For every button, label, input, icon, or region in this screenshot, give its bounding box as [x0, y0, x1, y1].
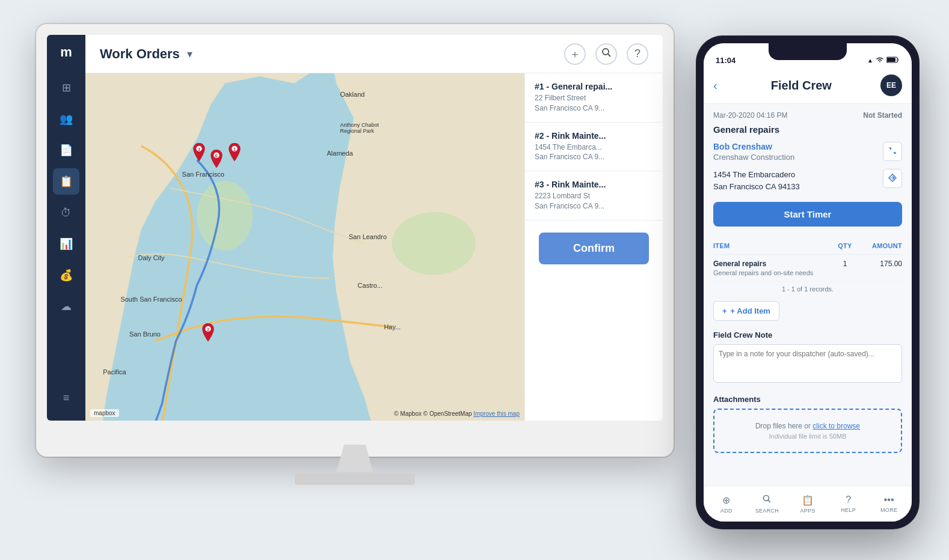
- nav-add-label: ADD: [720, 508, 732, 514]
- search-button[interactable]: [595, 43, 617, 65]
- phone-wo-title: General repairs: [713, 124, 902, 135]
- add-button[interactable]: ＋: [564, 43, 586, 65]
- nav-more-label: MORE: [880, 507, 897, 513]
- contact-company: Crenshaw Construction: [713, 153, 878, 162]
- topbar-actions: ＋ ?: [564, 43, 648, 65]
- content-area: Oakland Alameda San Francisco Daly City …: [85, 73, 663, 421]
- field-crew-title: Field Crew: [722, 79, 880, 93]
- attachments-label: Attachments: [713, 395, 902, 404]
- nav-apps[interactable]: 📋 APPS: [787, 495, 828, 514]
- help-button[interactable]: ?: [627, 43, 648, 65]
- plus-icon: +: [722, 306, 727, 315]
- item-name: General repairs: [713, 260, 830, 268]
- call-button[interactable]: [883, 142, 902, 161]
- add-item-button[interactable]: + + Add Item: [713, 301, 779, 321]
- phone-status-icons: ▲: [867, 56, 900, 64]
- work-order-item-3[interactable]: #3 - Rink Mainte... 2223 Lombard St San …: [525, 171, 663, 221]
- sidebar-item-billing[interactable]: 💰: [53, 262, 79, 288]
- back-button[interactable]: ‹: [713, 79, 717, 93]
- work-orders-panel: #1 - General repai... 22 Filbert Street …: [524, 73, 663, 421]
- contact-name[interactable]: Bob Crenshaw: [713, 142, 878, 151]
- user-avatar[interactable]: EE: [880, 75, 902, 96]
- sidebar-item-reports[interactable]: 📊: [53, 231, 79, 257]
- improve-map-link[interactable]: Improve this map: [473, 410, 520, 417]
- monitor-screen: m ⊞ 👥 📄 📋 ⏱: [47, 35, 663, 421]
- col-amount-header: Amount: [872, 242, 902, 249]
- map-pin-2[interactable]: 2: [200, 323, 217, 342]
- map-label-castro: Castro...: [358, 282, 383, 289]
- map-label-oakland: Oakland: [340, 91, 364, 98]
- monitor-stand: [295, 445, 415, 493]
- nav-help-label: HELP: [841, 507, 856, 513]
- item-description: General repairs and on-site needs: [713, 269, 830, 276]
- time-icon: ⏱: [61, 207, 72, 219]
- sidebar-item-time[interactable]: ⏱: [53, 199, 79, 226]
- file-limit-text: Individual file limit is 50MB: [726, 433, 889, 440]
- table-row: General repairs General repairs and on-s…: [713, 255, 902, 282]
- billing-icon: 💰: [60, 269, 73, 282]
- map-area: Oakland Alameda San Francisco Daly City …: [85, 73, 524, 421]
- nav-add[interactable]: ⊕ ADD: [706, 495, 747, 514]
- monitor: m ⊞ 👥 📄 📋 ⏱: [36, 24, 674, 493]
- sidebar-item-cloud[interactable]: ☁: [53, 293, 79, 320]
- start-timer-button[interactable]: Start Timer: [713, 202, 902, 227]
- work-order-item-1[interactable]: #1 - General repai... 22 Filbert Street …: [525, 73, 663, 123]
- svg-line-1: [608, 54, 610, 56]
- wo-title-1: #1 - General repai...: [535, 82, 653, 91]
- sidebar-item-workorders[interactable]: 📋: [53, 168, 79, 195]
- svg-line-20: [769, 501, 770, 502]
- field-crew-note-label: Field Crew Note: [713, 330, 902, 339]
- work-order-item-2[interactable]: #2 - Rink Mainte... 1454 The Embarca... …: [525, 123, 663, 172]
- phone-content[interactable]: Mar-20-2020 04:16 PM Not Started General…: [704, 104, 912, 485]
- people-icon: 👥: [60, 112, 73, 126]
- wo-address-2: 1454 The Embarca... San Francisco CA 9..…: [535, 142, 653, 163]
- attachments-dropzone[interactable]: Drop files here or click to browse Indiv…: [713, 409, 902, 453]
- sidebar-item-invoices[interactable]: 📄: [53, 137, 79, 163]
- navigate-icon: [888, 174, 897, 184]
- battery-icon: [886, 56, 900, 64]
- map-pin-3[interactable]: 3: [191, 143, 207, 162]
- monitor-stand-base: [295, 473, 415, 485]
- topbar: Work Orders ▾ ＋: [85, 35, 663, 73]
- sidebar: m ⊞ 👥 📄 📋 ⏱: [47, 35, 85, 421]
- sidebar-item-people[interactable]: 👥: [53, 106, 79, 132]
- map-label-pacifica: Pacifica: [103, 368, 126, 376]
- dropdown-arrow[interactable]: ▾: [187, 47, 192, 61]
- nav-search[interactable]: SEARCH: [747, 494, 788, 514]
- cloud-icon: ☁: [61, 300, 72, 313]
- table-header: Item Qty Amount: [713, 236, 902, 255]
- map-label-sanleandro: San Leandro: [349, 233, 387, 240]
- nav-more[interactable]: ••• MORE: [868, 495, 909, 513]
- items-table: Item Qty Amount General repairs: [713, 236, 902, 296]
- map-label-hay: Hay...: [384, 323, 401, 330]
- signal-icon: ▲: [867, 57, 873, 64]
- field-crew-note-input[interactable]: [713, 344, 902, 383]
- phone-screen: 11:04 ▲: [704, 43, 912, 522]
- osm-credit: © Mapbox © OpenStreetMap Improve this ma…: [394, 410, 520, 417]
- col-item-header: Item: [713, 242, 729, 249]
- mapbox-credit: mapbox: [90, 409, 119, 417]
- item-amount: 175.00: [860, 260, 902, 268]
- nav-search-icon: [762, 494, 772, 506]
- map-pin-e[interactable]: E: [208, 150, 225, 169]
- map-label-sf: San Francisco: [182, 171, 224, 178]
- confirm-button[interactable]: Confirm: [539, 233, 649, 264]
- wo-address-3: 2223 Lombard St San Francisco CA 9...: [535, 191, 653, 212]
- phone-bottom-nav: ⊕ ADD SEARCH 📋 AP: [704, 485, 912, 522]
- nav-add-icon: ⊕: [722, 495, 730, 506]
- sidebar-item-more[interactable]: ≡: [53, 385, 79, 411]
- meta-row: Mar-20-2020 04:16 PM Not Started: [713, 111, 902, 120]
- browse-link[interactable]: click to browse: [812, 422, 860, 430]
- nav-apps-icon: 📋: [802, 495, 814, 506]
- search-icon: [601, 47, 611, 60]
- map-pin-1[interactable]: 1: [226, 143, 243, 162]
- app-logo: m: [60, 44, 72, 60]
- map-label-alameda: Alameda: [327, 150, 353, 157]
- sidebar-item-dashboard[interactable]: ⊞: [53, 75, 79, 101]
- phone-notch: [769, 43, 847, 60]
- nav-help[interactable]: ? HELP: [828, 495, 869, 513]
- phone-header: ‹ Field Crew EE: [704, 70, 912, 104]
- navigate-button[interactable]: [883, 169, 902, 188]
- wo-address-1: 22 Filbert Street San Francisco CA 9...: [535, 93, 653, 114]
- svg-text:1: 1: [233, 147, 236, 151]
